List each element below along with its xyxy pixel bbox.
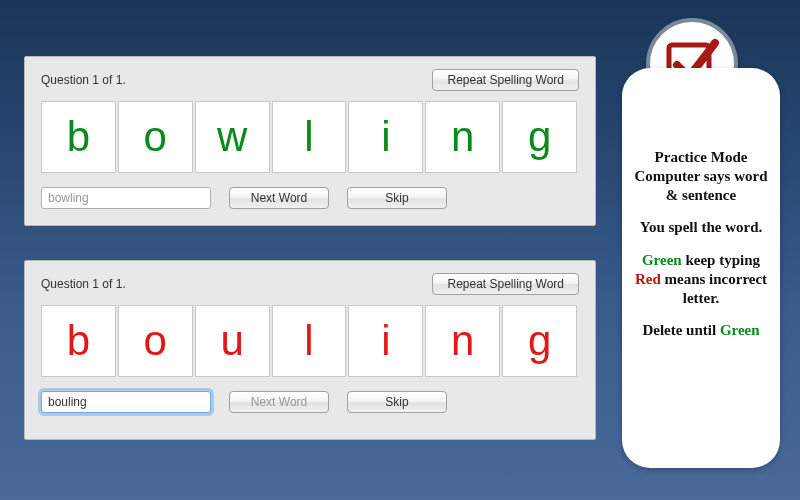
letter-row: bowling <box>41 101 579 173</box>
spelling-input[interactable] <box>41 391 211 413</box>
letter-box: n <box>425 305 500 377</box>
letter-box: b <box>41 305 116 377</box>
letter-box: w <box>195 101 270 173</box>
letter-box: l <box>272 101 347 173</box>
letter-box: b <box>41 101 116 173</box>
next-word-button[interactable]: Next Word <box>229 187 329 209</box>
letter-row: bouling <box>41 305 579 377</box>
repeat-spelling-word-button[interactable]: Repeat Spelling Word <box>432 273 579 295</box>
instruction-line: Practice Mode Computer says word & sente… <box>632 148 770 204</box>
instructions-card: Practice Mode Computer says word & sente… <box>622 68 780 468</box>
spelling-panel-correct: Question 1 of 1. Repeat Spelling Word bo… <box>24 56 596 226</box>
question-counter: Question 1 of 1. <box>41 277 126 291</box>
letter-box: g <box>502 101 577 173</box>
spelling-input[interactable] <box>41 187 211 209</box>
letter-box: g <box>502 305 577 377</box>
letter-box: l <box>272 305 347 377</box>
question-counter: Question 1 of 1. <box>41 73 126 87</box>
bottom-controls: Next Word Skip <box>41 391 579 413</box>
letter-box: o <box>118 101 193 173</box>
next-word-button: Next Word <box>229 391 329 413</box>
instruction-line: Green keep typing Red means incorrect le… <box>632 251 770 307</box>
spelling-panel-incorrect: Question 1 of 1. Repeat Spelling Word bo… <box>24 260 596 440</box>
panel-header: Question 1 of 1. Repeat Spelling Word <box>41 273 579 295</box>
instruction-line: You spell the word. <box>632 218 770 237</box>
skip-button[interactable]: Skip <box>347 187 447 209</box>
letter-box: o <box>118 305 193 377</box>
letter-box: u <box>195 305 270 377</box>
bottom-controls: Next Word Skip <box>41 187 579 209</box>
letter-box: i <box>348 101 423 173</box>
letter-box: i <box>348 305 423 377</box>
skip-button[interactable]: Skip <box>347 391 447 413</box>
instruction-line: Delete until Green <box>632 321 770 340</box>
letter-box: n <box>425 101 500 173</box>
repeat-spelling-word-button[interactable]: Repeat Spelling Word <box>432 69 579 91</box>
panel-header: Question 1 of 1. Repeat Spelling Word <box>41 69 579 91</box>
